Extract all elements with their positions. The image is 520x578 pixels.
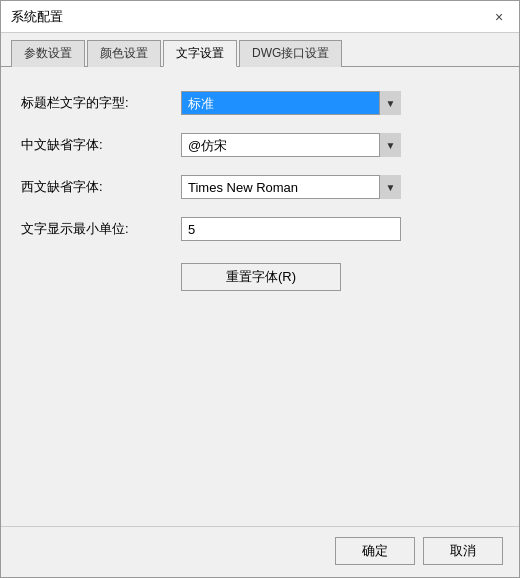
- tab-text-settings[interactable]: 文字设置: [163, 40, 237, 67]
- min-unit-control: [181, 217, 499, 241]
- title-font-select-wrapper: 标准 ▼: [181, 91, 401, 115]
- reset-font-button[interactable]: 重置字体(R): [181, 263, 341, 291]
- footer-buttons: 确定 取消: [1, 526, 519, 577]
- title-font-select[interactable]: 标准: [181, 91, 401, 115]
- western-font-select-wrapper: Times New Roman ▼: [181, 175, 401, 199]
- min-unit-row: 文字显示最小单位:: [21, 217, 499, 241]
- western-font-label: 西文缺省字体:: [21, 178, 181, 196]
- chinese-font-control: @仿宋 ▼: [181, 133, 499, 157]
- tab-content: 标题栏文字的字型: 标准 ▼ 中文缺省字体: @仿宋 ▼: [1, 66, 519, 526]
- chinese-font-select[interactable]: @仿宋: [181, 133, 401, 157]
- close-button[interactable]: ×: [489, 7, 509, 27]
- western-font-select[interactable]: Times New Roman: [181, 175, 401, 199]
- tab-bar: 参数设置 颜色设置 文字设置 DWG接口设置: [1, 33, 519, 66]
- min-unit-label: 文字显示最小单位:: [21, 220, 181, 238]
- reset-btn-wrapper: 重置字体(R): [181, 259, 499, 291]
- chinese-font-select-wrapper: @仿宋 ▼: [181, 133, 401, 157]
- western-font-control: Times New Roman ▼: [181, 175, 499, 199]
- confirm-button[interactable]: 确定: [335, 537, 415, 565]
- dialog-title: 系统配置: [11, 8, 63, 26]
- title-font-row: 标题栏文字的字型: 标准 ▼: [21, 91, 499, 115]
- cancel-button[interactable]: 取消: [423, 537, 503, 565]
- tab-params[interactable]: 参数设置: [11, 40, 85, 67]
- tab-colors[interactable]: 颜色设置: [87, 40, 161, 67]
- western-font-row: 西文缺省字体: Times New Roman ▼: [21, 175, 499, 199]
- chinese-font-label: 中文缺省字体:: [21, 136, 181, 154]
- title-bar: 系统配置 ×: [1, 1, 519, 33]
- chinese-font-row: 中文缺省字体: @仿宋 ▼: [21, 133, 499, 157]
- system-config-dialog: 系统配置 × 参数设置 颜色设置 文字设置 DWG接口设置 标题栏文字的字型: …: [0, 0, 520, 578]
- reset-btn-row: 重置字体(R): [21, 259, 499, 291]
- tab-dwg[interactable]: DWG接口设置: [239, 40, 342, 67]
- min-unit-input[interactable]: [181, 217, 401, 241]
- title-font-label: 标题栏文字的字型:: [21, 94, 181, 112]
- title-font-control: 标准 ▼: [181, 91, 499, 115]
